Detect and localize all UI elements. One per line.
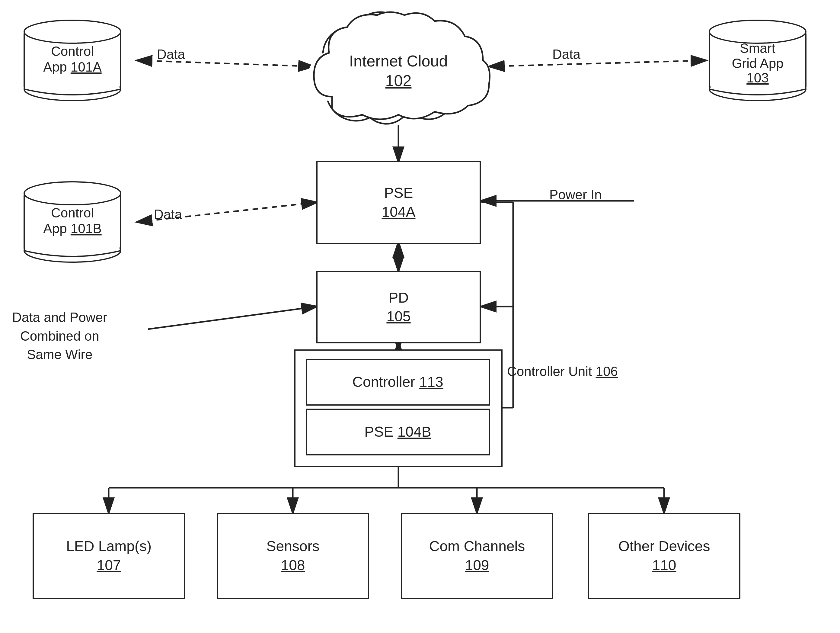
- svg-text:App 101A: App 101A: [43, 60, 102, 74]
- data-label-left: Data: [157, 47, 185, 62]
- led-lamp-107-box: LED Lamp(s)107: [33, 513, 185, 599]
- diagram: Control App 101A Smart Grid App 103: [0, 0, 840, 633]
- data-power-label: Data and PowerCombined onSame Wire: [12, 308, 107, 364]
- data-label-right: Data: [553, 47, 580, 62]
- svg-text:Control: Control: [51, 205, 94, 220]
- svg-text:103: 103: [747, 70, 769, 85]
- sensors-108-box: Sensors108: [217, 513, 369, 599]
- svg-line-7: [148, 307, 316, 329]
- svg-point-45: [24, 182, 121, 205]
- svg-text:Control: Control: [51, 44, 94, 59]
- pse-104b-box: PSE 104B: [306, 408, 490, 456]
- smart-grid-app-103: Smart Grid App 103: [706, 17, 809, 101]
- pd-105-label: PD105: [386, 288, 411, 326]
- power-in-label: Power In: [549, 187, 602, 203]
- other-devices-110-label: Other Devices110: [618, 537, 710, 575]
- svg-text:Smart: Smart: [740, 41, 775, 55]
- svg-point-20: [24, 20, 121, 43]
- controller-unit-outer-label: Controller Unit 106: [507, 364, 618, 379]
- com-channels-109-label: Com Channels109: [429, 537, 525, 575]
- sensors-108-label: Sensors108: [266, 537, 319, 575]
- control-app-101a: Control App 101A: [21, 17, 124, 101]
- pse-104a-box: PSE104A: [316, 161, 481, 244]
- svg-line-1: [489, 60, 706, 66]
- controller-113-box: Controller 113: [306, 359, 490, 405]
- svg-text:Grid App: Grid App: [732, 56, 783, 71]
- svg-point-26: [709, 20, 806, 43]
- other-devices-110-box: Other Devices110: [588, 513, 741, 599]
- com-channels-109-box: Com Channels109: [401, 513, 553, 599]
- svg-text:App 101B: App 101B: [43, 221, 101, 236]
- pse-104a-label: PSE104A: [382, 184, 415, 222]
- svg-rect-22: [25, 76, 120, 90]
- pse-104b-label: PSE 104B: [364, 423, 431, 441]
- control-app-101b: Control App 101B: [21, 178, 124, 263]
- led-lamp-107-label: LED Lamp(s)107: [66, 537, 152, 575]
- pd-105-box: PD105: [316, 271, 481, 343]
- data-label-101b: Data: [154, 207, 182, 222]
- svg-rect-47: [25, 237, 120, 252]
- svg-text:Internet Cloud: Internet Cloud: [349, 52, 448, 70]
- internet-cloud-102: Internet Cloud 102: [296, 6, 501, 134]
- svg-text:102: 102: [385, 72, 412, 89]
- controller-113-label: Controller 113: [352, 373, 444, 391]
